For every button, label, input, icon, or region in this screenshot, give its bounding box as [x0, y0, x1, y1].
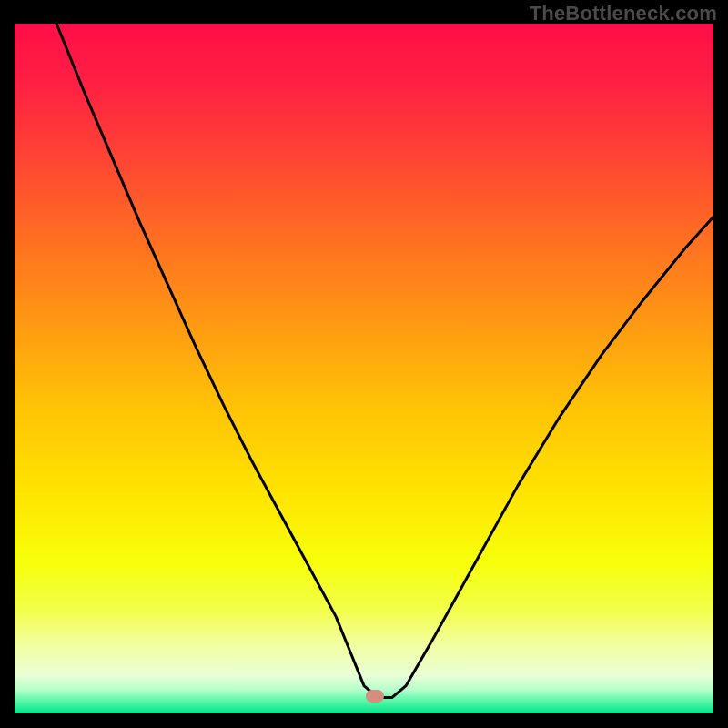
chart-svg: [15, 24, 713, 713]
chart-frame: TheBottleneck.com: [0, 0, 728, 728]
plot-area: [15, 24, 713, 713]
gradient-background: [15, 24, 713, 713]
optimal-point-marker: [366, 690, 384, 703]
attribution-text: TheBottleneck.com: [530, 2, 717, 25]
